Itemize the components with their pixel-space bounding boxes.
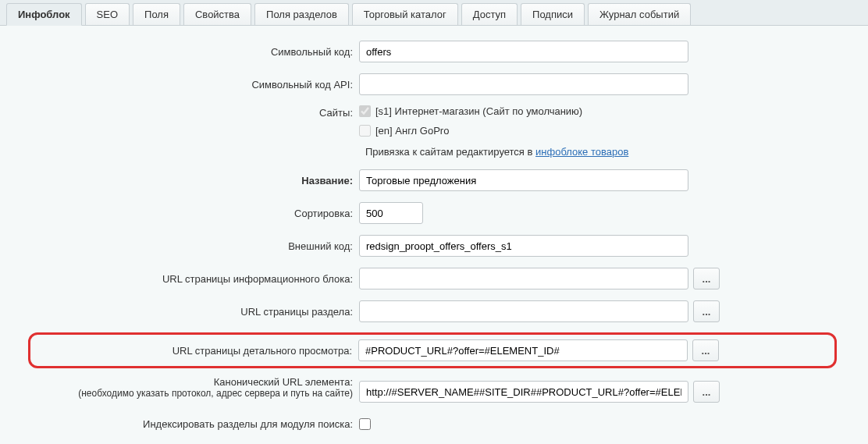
binding-info: Привязка к сайтам редактируется в инфобл… bbox=[365, 146, 837, 158]
input-url-section[interactable] bbox=[359, 300, 688, 322]
label-name: Название: bbox=[31, 175, 359, 186]
label-url-detail: URL страницы детального просмотра: bbox=[30, 345, 358, 357]
input-url-detail[interactable] bbox=[358, 339, 688, 361]
input-symcode[interactable] bbox=[359, 41, 688, 62]
input-sort[interactable] bbox=[359, 202, 423, 224]
tab-catalog[interactable]: Торговый каталог bbox=[352, 3, 458, 25]
label-symcode: Символьный код: bbox=[31, 46, 359, 58]
label-sort: Сортировка: bbox=[31, 208, 359, 219]
site-s1-label: [s1] Интернет-магазин (Сайт по умолчанию… bbox=[375, 105, 582, 117]
binding-link[interactable]: инфоблоке товаров bbox=[535, 146, 628, 158]
input-url-block[interactable] bbox=[359, 268, 688, 289]
url-section-browse-button[interactable]: ... bbox=[693, 300, 720, 322]
canonical-browse-button[interactable]: ... bbox=[693, 381, 720, 403]
label-symcode-api: Символьный код API: bbox=[31, 79, 359, 91]
tab-access[interactable]: Доступ bbox=[461, 3, 518, 25]
url-detail-browse-button[interactable]: ... bbox=[692, 339, 719, 361]
tab-section-fields[interactable]: Поля разделов bbox=[254, 3, 349, 25]
url-block-browse-button[interactable]: ... bbox=[693, 268, 720, 289]
input-extcode[interactable] bbox=[359, 235, 688, 257]
tab-eventlog[interactable]: Журнал событий bbox=[588, 3, 691, 25]
input-symcode-api[interactable] bbox=[359, 73, 688, 95]
tab-captions[interactable]: Подписи bbox=[521, 3, 585, 25]
checkbox-site-s1 bbox=[359, 105, 371, 117]
tab-seo[interactable]: SEO bbox=[85, 3, 130, 25]
tab-properties[interactable]: Свойства bbox=[183, 3, 251, 25]
site-en-label: [en] Англ GoPro bbox=[375, 125, 449, 137]
label-extcode: Внешний код: bbox=[31, 240, 359, 252]
label-url-block: URL страницы информационного блока: bbox=[31, 273, 359, 285]
label-index-sections: Индексировать разделы для модуля поиска: bbox=[31, 418, 359, 430]
binding-prefix: Привязка к сайтам редактируется в bbox=[365, 146, 535, 158]
form-area: Символьный код: Символьный код API: Сайт… bbox=[0, 26, 868, 444]
input-canonical[interactable] bbox=[359, 381, 688, 403]
checkbox-site-en bbox=[359, 125, 371, 137]
label-sites: Сайты: bbox=[31, 105, 359, 119]
checkbox-index-sections[interactable] bbox=[359, 418, 371, 430]
tab-infoblock[interactable]: Инфоблок bbox=[6, 3, 82, 26]
tabs-bar: Инфоблок SEO Поля Свойства Поля разделов… bbox=[0, 0, 868, 26]
input-name[interactable] bbox=[359, 169, 688, 191]
tab-fields[interactable]: Поля bbox=[133, 3, 180, 25]
label-canonical: Канонический URL элемента: (необходимо у… bbox=[31, 376, 359, 399]
label-url-section: URL страницы раздела: bbox=[31, 306, 359, 318]
